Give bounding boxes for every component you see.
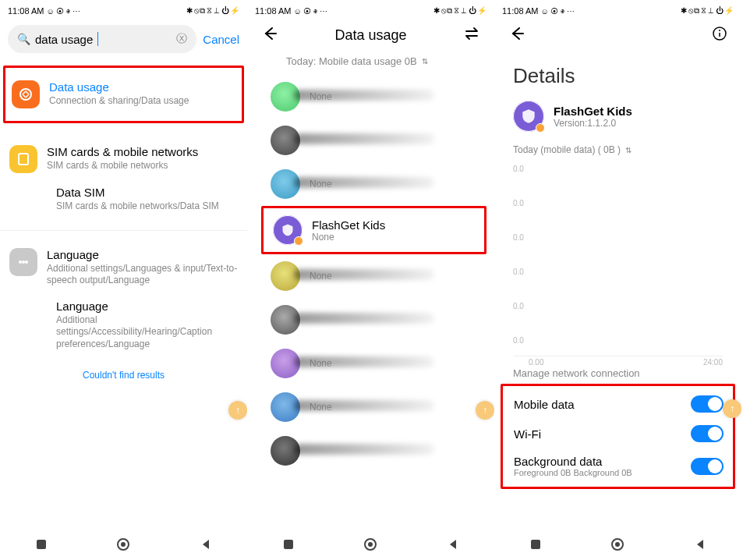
toggle-sub: Foreground 0B Background 0B [514,468,632,477]
result-path: SIM cards & mobile networks [47,160,198,172]
flashget-icon [273,215,303,245]
panel-search: 11:08 AM ☺ ⦿ ⊕ ⋯ ✱ ⦸ ⧉ ⧖ ⟂ ⏻ ⚡ 🔍 data us… [0,0,247,560]
search-input[interactable]: 🔍 data usage ⓧ [8,25,196,53]
result-path: Additional settings/Accessibility/Hearin… [56,314,228,351]
app-row-blurred[interactable]: None [247,75,494,119]
svg-rect-5 [37,540,46,549]
svg-rect-1 [19,154,28,165]
cancel-button[interactable]: Cancel [203,33,239,46]
result-language-tts[interactable]: Language Additional settings/Languages &… [9,242,238,293]
text-cursor [97,32,98,46]
toggle-label: Wi-Fi [514,427,541,441]
status-left-icons: ☺ ⦿ ⊕ ⋯ [540,7,575,16]
status-bar: 11:08 AM ☺ ⦿ ⊕ ⋯ ✱ ⦸ ⧉ ⧖ ⟂ ⏻ ⚡ [494,0,741,20]
chevron-updown-icon: ⇅ [625,146,632,154]
svg-rect-16 [531,540,540,549]
search-icon: 🔍 [17,33,30,45]
divider [0,230,247,231]
result-title: Data usage [49,80,189,94]
app-icon [271,436,300,466]
clear-icon[interactable]: ⓧ [176,32,187,46]
app-icon [271,169,300,199]
usage-chart: 0.0 0.0 0.0 0.0 0.0 0.0 0.00 24:00 [513,161,723,356]
highlight-toggles: Mobile data Wi-Fi Background data Foregr… [501,384,735,489]
result-data-usage[interactable]: Data usage Connection & sharing/Data usa… [12,74,235,115]
switch-on[interactable] [691,458,724,475]
swap-icon[interactable] [463,25,480,46]
app-header: FlashGet Kids Version:1.1.2.0 [494,96,741,136]
language-icon [9,248,37,276]
svg-point-3 [22,261,25,264]
filter-dropdown[interactable]: Today: Mobile data usage 0B ⇅ [247,49,494,72]
back-arrow-icon[interactable] [508,25,525,45]
filter-dropdown[interactable]: Today (mobile data) ( 0B ) ⇅ [494,136,741,158]
result-title: Language [56,299,228,313]
app-icon [271,349,300,378]
back-arrow-icon[interactable] [261,25,278,46]
result-path: Connection & sharing/Data usage [49,95,189,108]
app-row-blurred[interactable]: None [247,254,494,298]
result-language-caption[interactable]: Language Additional settings/Accessibili… [9,293,238,363]
sim-icon [9,145,37,173]
app-row-blurred[interactable]: None [247,342,494,385]
info-icon[interactable] [712,26,727,44]
svg-point-7 [121,542,126,547]
hint-button[interactable]: ↑ [723,399,741,418]
app-row-blurred[interactable] [247,429,494,473]
result-title: Language [47,248,238,261]
page-title: Details [494,48,741,96]
android-nav-bar [247,529,494,560]
recent-apps-button[interactable] [34,537,49,552]
app-name: FlashGet Kids [554,105,632,118]
back-button[interactable] [692,537,708,552]
switch-on[interactable] [691,395,724,413]
app-usage: None [312,232,385,243]
app-icon [271,126,300,155]
app-icon [271,305,300,335]
switch-on[interactable] [691,425,724,442]
result-path: Additional settings/Languages & input/Te… [47,263,238,287]
app-icon [271,261,300,291]
result-path: SIM cards & mobile networks/Data SIM [56,200,228,213]
chevron-updown-icon: ⇅ [422,57,428,66]
app-row-blurred[interactable] [247,298,494,342]
status-right-icons: ✱ ⦸ ⧉ ⧖ ⟂ ⏻ ⚡ [186,6,239,16]
app-row-flashget[interactable]: FlashGet Kids None [264,208,484,252]
app-row-blurred[interactable] [247,119,494,162]
recent-apps-button[interactable] [281,537,296,552]
app-row-blurred[interactable]: None [247,162,494,206]
status-time: 11:08 AM [502,6,538,16]
x-tick: 0.00 [529,358,543,367]
toggle-mobile-data[interactable]: Mobile data [514,389,724,419]
page-header: Data usage [247,20,494,49]
home-button[interactable] [363,537,378,552]
svg-point-14 [719,30,720,31]
status-left-icons: ☺ ⦿ ⊕ ⋯ [293,7,327,16]
highlight-search-result: Data usage Connection & sharing/Data usa… [3,66,244,123]
status-left-icons: ☺ ⦿ ⊕ ⋯ [46,7,80,16]
page-header [494,20,741,48]
app-icon [271,82,300,112]
app-row-blurred[interactable]: None [247,385,494,429]
search-value: data usage [35,33,93,46]
app-list: None None FlashGet Kids None [247,72,494,473]
panel-data-usage: 11:08 AM ☺ ⦿ ⊕ ⋯ ✱ ⦸ ⧉ ⧖ ⟂ ⏻ ⚡ Data usag… [247,0,494,560]
svg-point-18 [615,542,620,547]
android-nav-bar [494,529,741,560]
result-sim-cards[interactable]: SIM cards & mobile networks SIM cards & … [9,139,238,179]
back-button[interactable] [198,537,214,552]
back-button[interactable] [445,537,461,552]
status-right-icons: ✱ ⦸ ⧉ ⧖ ⟂ ⏻ ⚡ [433,6,486,16]
result-data-sim[interactable]: Data SIM SIM cards & mobile networks/Dat… [9,179,238,225]
svg-rect-9 [284,540,293,549]
hint-button[interactable]: ↑ [228,401,247,420]
toggle-wifi[interactable]: Wi-Fi [514,419,724,448]
status-time: 11:08 AM [8,6,44,16]
badge-icon [536,123,545,133]
home-button[interactable] [115,537,131,552]
toggle-background-data[interactable]: Background data Foreground 0B Background… [514,448,724,484]
recent-apps-button[interactable] [528,537,543,552]
no-results-link[interactable]: Couldn't find results [9,370,238,381]
hint-button[interactable]: ↑ [476,401,494,420]
home-button[interactable] [610,537,625,552]
